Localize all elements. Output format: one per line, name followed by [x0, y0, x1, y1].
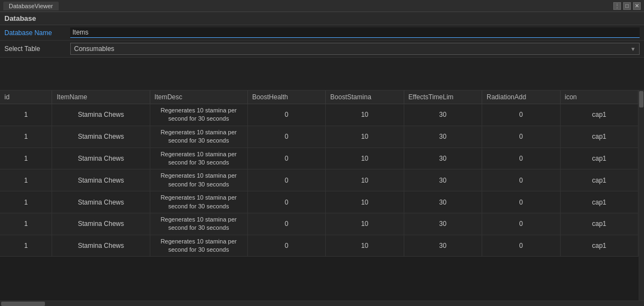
select-table-value: Consumables	[74, 45, 114, 53]
table-row[interactable]: 1Stamina ChewsRegenerates 10 stamina per…	[0, 104, 639, 126]
cell-effectsTimeLimit: 30	[404, 213, 482, 235]
spacer	[0, 58, 644, 90]
database-viewer-tab[interactable]: DatabaseViewer	[3, 2, 59, 10]
cell-itemName: Stamina Chews	[52, 191, 150, 213]
cell-id: 1	[0, 148, 52, 169]
cell-boostStamina: 10	[326, 126, 404, 148]
col-header-id: id	[0, 90, 52, 104]
cell-radiationAdd: 0	[482, 148, 560, 169]
horizontal-scrollbar-thumb[interactable]	[1, 302, 45, 306]
table-row[interactable]: 1Stamina ChewsRegenerates 10 stamina per…	[0, 148, 639, 169]
cell-boostHealth: 0	[247, 126, 325, 148]
cell-id: 1	[0, 169, 52, 191]
cell-itemDesc: Regenerates 10 stamina per second for 30…	[150, 126, 247, 148]
table-row[interactable]: 1Stamina ChewsRegenerates 10 stamina per…	[0, 126, 639, 148]
cell-itemDesc: Regenerates 10 stamina per second for 30…	[150, 191, 247, 213]
col-header-radiationadd: RadiationAdd	[482, 90, 560, 104]
cell-itemName: Stamina Chews	[52, 148, 150, 169]
select-table-label: Select Table	[4, 45, 70, 53]
close-icon[interactable]: ✕	[633, 2, 641, 10]
cell-icon: cap1	[560, 169, 639, 191]
cell-icon: cap1	[560, 213, 639, 235]
cell-itemDesc: Regenerates 10 stamina per second for 30…	[150, 235, 247, 257]
cell-itemName: Stamina Chews	[52, 235, 150, 257]
cell-itemName: Stamina Chews	[52, 213, 150, 235]
col-header-effectstimelim: EffectsTimeLim	[404, 90, 482, 104]
cell-itemName: Stamina Chews	[52, 126, 150, 148]
cell-id: 1	[0, 191, 52, 213]
cell-boostHealth: 0	[247, 148, 325, 169]
title-bar-controls: ⋮ □ ✕	[613, 2, 641, 10]
table-header: id ItemName ItemDesc BoostHealth BoostSt…	[0, 90, 639, 104]
cell-itemDesc: Regenerates 10 stamina per second for 30…	[150, 148, 247, 169]
cell-boostHealth: 0	[247, 104, 325, 126]
db-name-label: Database Name	[4, 29, 70, 37]
title-bar: DatabaseViewer ⋮ □ ✕	[0, 0, 644, 12]
cell-effectsTimeLimit: 30	[404, 104, 482, 126]
col-header-itemdesc: ItemDesc	[150, 90, 247, 104]
db-name-input[interactable]	[70, 27, 640, 38]
select-table-dropdown[interactable]: Consumables ▼	[70, 43, 640, 55]
cell-boostHealth: 0	[247, 169, 325, 191]
cell-boostStamina: 10	[326, 169, 404, 191]
cell-radiationAdd: 0	[482, 126, 560, 148]
col-header-boosthealth: BoostHealth	[247, 90, 325, 104]
table-body: 1Stamina ChewsRegenerates 10 stamina per…	[0, 104, 639, 257]
dropdown-arrow-icon: ▼	[630, 46, 636, 52]
cell-itemDesc: Regenerates 10 stamina per second for 30…	[150, 104, 247, 126]
cell-effectsTimeLimit: 30	[404, 235, 482, 257]
cell-boostStamina: 10	[326, 148, 404, 169]
cell-effectsTimeLimit: 30	[404, 148, 482, 169]
cell-id: 1	[0, 235, 52, 257]
select-table-row: Select Table Consumables ▼	[0, 41, 644, 58]
cell-effectsTimeLimit: 30	[404, 126, 482, 148]
panel-header: Database	[0, 12, 644, 25]
col-header-itemname: ItemName	[52, 90, 150, 104]
cell-id: 1	[0, 104, 52, 126]
cell-icon: cap1	[560, 235, 639, 257]
cell-itemName: Stamina Chews	[52, 169, 150, 191]
table-row[interactable]: 1Stamina ChewsRegenerates 10 stamina per…	[0, 169, 639, 191]
cell-effectsTimeLimit: 30	[404, 191, 482, 213]
cell-radiationAdd: 0	[482, 169, 560, 191]
cell-icon: cap1	[560, 104, 639, 126]
main-layout: Database Database Name Select Table Cons…	[0, 12, 644, 306]
cell-boostStamina: 10	[326, 235, 404, 257]
cell-boostHealth: 0	[247, 213, 325, 235]
cell-icon: cap1	[560, 126, 639, 148]
cell-boostStamina: 10	[326, 213, 404, 235]
vertical-scrollbar-thumb[interactable]	[639, 91, 643, 107]
col-header-booststamina: BoostStamina	[326, 90, 404, 104]
vertical-scrollbar[interactable]	[639, 90, 644, 301]
menu-icon[interactable]: ⋮	[613, 2, 621, 10]
cell-itemDesc: Regenerates 10 stamina per second for 30…	[150, 213, 247, 235]
minimize-icon[interactable]: □	[623, 2, 631, 10]
cell-radiationAdd: 0	[482, 191, 560, 213]
db-name-row: Database Name	[0, 25, 644, 41]
cell-id: 1	[0, 213, 52, 235]
cell-boostHealth: 0	[247, 235, 325, 257]
horizontal-scrollbar[interactable]	[0, 301, 644, 306]
cell-radiationAdd: 0	[482, 104, 560, 126]
cell-radiationAdd: 0	[482, 213, 560, 235]
table-row[interactable]: 1Stamina ChewsRegenerates 10 stamina per…	[0, 191, 639, 213]
table-row[interactable]: 1Stamina ChewsRegenerates 10 stamina per…	[0, 213, 639, 235]
title-bar-left: DatabaseViewer	[3, 2, 59, 10]
cell-effectsTimeLimit: 30	[404, 169, 482, 191]
table-wrapper: id ItemName ItemDesc BoostHealth BoostSt…	[0, 90, 644, 301]
cell-radiationAdd: 0	[482, 235, 560, 257]
col-header-icon: icon	[560, 90, 639, 104]
cell-itemDesc: Regenerates 10 stamina per second for 30…	[150, 169, 247, 191]
cell-boostHealth: 0	[247, 191, 325, 213]
cell-itemName: Stamina Chews	[52, 104, 150, 126]
cell-boostStamina: 10	[326, 191, 404, 213]
cell-boostStamina: 10	[326, 104, 404, 126]
cell-icon: cap1	[560, 191, 639, 213]
table-row[interactable]: 1Stamina ChewsRegenerates 10 stamina per…	[0, 235, 639, 257]
cell-icon: cap1	[560, 148, 639, 169]
data-table: id ItemName ItemDesc BoostHealth BoostSt…	[0, 90, 639, 257]
cell-id: 1	[0, 126, 52, 148]
